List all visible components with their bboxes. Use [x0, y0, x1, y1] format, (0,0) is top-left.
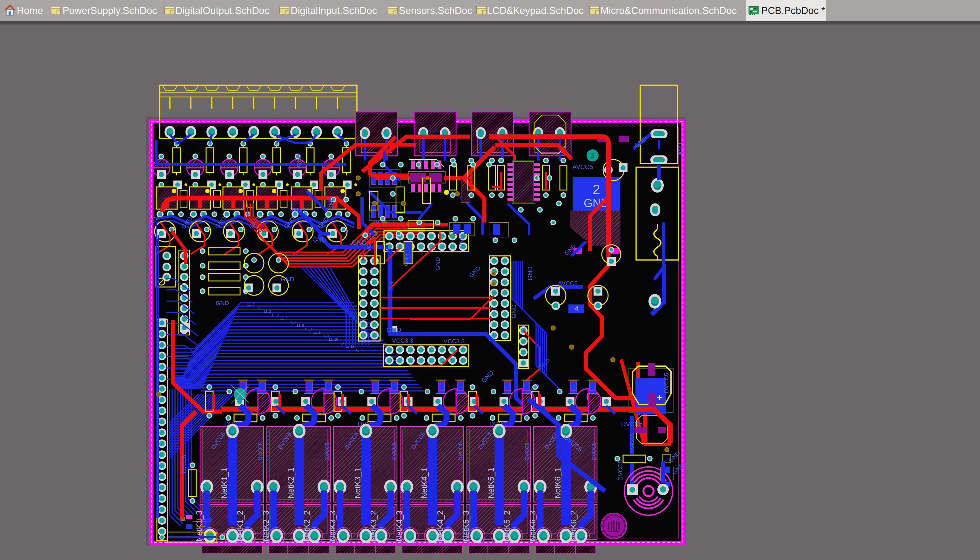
svg-text:AVCC5: AVCC5	[558, 280, 578, 287]
svg-text:DVCC5: DVCC5	[591, 442, 597, 460]
svg-text:+: +	[656, 391, 663, 403]
svg-text:NetK6_2: NetK6_2	[569, 510, 578, 541]
svg-text:GND: GND	[312, 236, 326, 243]
svg-text:NetK2_1: NetK2_1	[286, 468, 295, 498]
svg-text:DVCC5: DVCC5	[257, 442, 264, 460]
svg-text:PCB.PcbDoc *: PCB.PcbDoc *	[761, 5, 826, 16]
svg-text:NetK1_1: NetK1_1	[220, 468, 229, 498]
svg-text:DVCC5: DVCC5	[629, 433, 635, 453]
svg-text:PowerSupply.SchDoc: PowerSupply.SchDoc	[63, 5, 157, 16]
svg-text:GND: GND	[292, 207, 305, 213]
svg-text:LCD&Keypad.SchDoc: LCD&Keypad.SchDoc	[487, 5, 584, 16]
svg-text:NetK3_1: NetK3_1	[353, 468, 362, 498]
svg-text:NetK1_2: NetK1_2	[236, 510, 244, 541]
svg-text:L1_7: L1_7	[305, 327, 312, 331]
svg-text:L1_4: L1_4	[281, 317, 288, 320]
svg-text:L1_12: L1_12	[345, 345, 354, 348]
svg-text:Micro&Communication.SchDoc: Micro&Communication.SchDoc	[601, 5, 737, 16]
svg-text:GND: GND	[527, 266, 533, 280]
svg-text:NetK3_2: NetK3_2	[369, 510, 378, 541]
svg-text:L1_13: L1_13	[354, 348, 363, 352]
svg-text:NetK6_1: NetK6_1	[553, 468, 562, 498]
svg-text:NetK3_3: NetK3_3	[328, 510, 337, 541]
svg-text:L1_5: L1_5	[289, 320, 296, 324]
svg-text:L1_10: L1_10	[329, 338, 338, 341]
svg-text:GND: GND	[434, 257, 441, 270]
svg-text:DigitalInput.SchDoc: DigitalInput.SchDoc	[291, 5, 377, 16]
svg-text:2: 2	[593, 182, 600, 197]
svg-text:VCC3.3: VCC3.3	[443, 338, 465, 345]
svg-text:L1_6: L1_6	[297, 324, 304, 327]
svg-text:DVCC5: DVCC5	[524, 442, 530, 460]
svg-text:DVCC5: DVCC5	[181, 455, 188, 473]
svg-text:DVCC5: DVCC5	[621, 420, 643, 427]
svg-text:NetK5_3: NetK5_3	[462, 510, 470, 541]
svg-text:DVCC5: DVCC5	[458, 442, 463, 460]
svg-text:NetK2_2: NetK2_2	[302, 510, 311, 541]
svg-text:DVCC5: DVCC5	[324, 442, 330, 460]
svg-text:NetK4_3: NetK4_3	[395, 510, 404, 541]
svg-text:L1_8: L1_8	[314, 331, 321, 334]
svg-text:Sensors.SchDoc: Sensors.SchDoc	[399, 5, 472, 16]
svg-text:3: 3	[591, 152, 595, 160]
svg-text:DVCC5: DVCC5	[391, 442, 397, 460]
svg-text:GND: GND	[387, 326, 401, 333]
svg-text:NetK5_1: NetK5_1	[487, 468, 495, 498]
svg-text:NetK6_3: NetK6_3	[528, 510, 537, 541]
svg-text:Home: Home	[17, 5, 43, 16]
svg-text:L1_11: L1_11	[337, 341, 346, 345]
svg-text:GND: GND	[510, 305, 517, 318]
svg-text:L1_2: L1_2	[264, 310, 271, 313]
svg-text:GND: GND	[327, 197, 334, 210]
svg-text:NetK4_2: NetK4_2	[436, 510, 445, 541]
svg-text:4: 4	[575, 305, 578, 313]
svg-text:GND: GND	[216, 300, 229, 307]
svg-text:AVCC5: AVCC5	[572, 163, 593, 170]
svg-text:L1_9: L1_9	[322, 334, 329, 338]
svg-text:DVCC5: DVCC5	[617, 460, 624, 480]
svg-text:NetK4_1: NetK4_1	[420, 468, 429, 498]
svg-text:NetK5_2: NetK5_2	[502, 510, 511, 541]
svg-text:GND: GND	[296, 154, 302, 167]
svg-text:L1_1: L1_1	[256, 307, 263, 310]
svg-text:NetF1: NetF1	[677, 142, 683, 157]
svg-text:VCC3.3: VCC3.3	[392, 337, 414, 344]
svg-text:NetK2_3: NetK2_3	[261, 510, 270, 541]
svg-text:DVCC5: DVCC5	[663, 373, 670, 393]
svg-text:L1_0: L1_0	[247, 303, 255, 307]
svg-text:GND: GND	[352, 239, 367, 246]
svg-text:GND: GND	[403, 254, 409, 266]
svg-text:GND: GND	[281, 276, 294, 283]
svg-text:GND: GND	[458, 235, 465, 248]
svg-text:DigitalOutput.SchDoc: DigitalOutput.SchDoc	[175, 5, 269, 16]
svg-text:L1_3: L1_3	[272, 313, 279, 317]
